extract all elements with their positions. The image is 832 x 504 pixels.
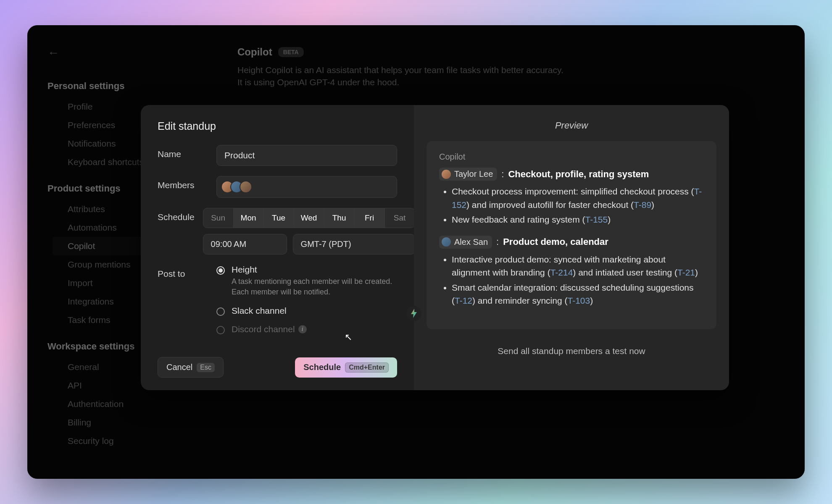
radio-icon (216, 266, 225, 275)
avatar (442, 170, 451, 179)
cancel-button[interactable]: Cancel Esc (158, 357, 224, 378)
edit-standup-modal: Edit standup Name Members (141, 105, 729, 390)
day-picker: SunMonTueWedThuFriSat (203, 208, 415, 228)
task-ref[interactable]: T-21 (677, 268, 695, 277)
bolt-icon (406, 306, 421, 321)
entry-summary: Checkout, profile, rating system (508, 169, 649, 180)
kbd-hint: Esc (197, 363, 215, 372)
modal-title: Edit standup (158, 120, 397, 145)
kbd-hint: Cmd+Enter (345, 362, 389, 373)
task-ref[interactable]: T-214 (550, 268, 573, 277)
schedule-label: Schedule (158, 208, 195, 222)
name-input[interactable] (216, 145, 397, 166)
members-input[interactable] (216, 176, 397, 198)
entry-item: Smart calendar integration: discussed sc… (452, 281, 704, 309)
day-wed[interactable]: Wed (294, 208, 324, 228)
post-to-discord: Discord channel i (216, 324, 397, 334)
send-test-link[interactable]: Send all standup members a test now (427, 329, 716, 356)
preview-heading: Copilot (439, 152, 704, 168)
task-ref[interactable]: T-103 (567, 296, 590, 305)
day-tue[interactable]: Tue (264, 208, 294, 228)
schedule-button[interactable]: Schedule Cmd+Enter (295, 357, 397, 378)
timezone-input[interactable] (293, 234, 415, 255)
entry-summary: Product demo, calendar (503, 236, 608, 247)
time-input[interactable] (203, 234, 287, 255)
day-sat[interactable]: Sat (385, 208, 415, 228)
radio-icon (216, 326, 225, 334)
radio-icon (216, 307, 225, 316)
avatar (240, 181, 252, 193)
task-ref[interactable]: T-89 (634, 200, 651, 210)
post-to-slack[interactable]: Slack channel (216, 306, 397, 316)
standup-entry: Alex San : Product demo, calendarInterac… (439, 236, 704, 309)
preview-title: Preview (427, 120, 716, 141)
post-to-label: Post to (158, 265, 208, 279)
day-mon[interactable]: Mon (234, 208, 264, 228)
task-ref[interactable]: T-152 (452, 186, 702, 210)
day-thu[interactable]: Thu (324, 208, 355, 228)
name-label: Name (158, 145, 208, 159)
entry-item: Checkout process improvement: simplified… (452, 185, 704, 213)
task-ref[interactable]: T-12 (455, 296, 472, 305)
post-to-height[interactable]: Height A task mentioning each member wil… (216, 265, 397, 297)
task-ref[interactable]: T-155 (585, 215, 608, 224)
member-avatars (221, 181, 252, 193)
standup-entry: Taylor Lee : Checkout, profile, rating s… (439, 168, 704, 228)
user-chip[interactable]: Taylor Lee (439, 168, 497, 181)
day-fri[interactable]: Fri (355, 208, 385, 228)
user-chip[interactable]: Alex San (439, 236, 492, 249)
avatar (442, 237, 451, 247)
app-window: ← Personal settingsProfilePreferencesNot… (27, 25, 805, 479)
info-icon[interactable]: i (298, 325, 307, 333)
preview-box: Copilot Taylor Lee : Checkout, profile, … (427, 141, 716, 329)
day-sun[interactable]: Sun (203, 208, 234, 228)
members-label: Members (158, 176, 208, 190)
entry-item: Interactive product demo: synced with ma… (452, 253, 704, 281)
entry-item: New feedback and rating system (T-155) (452, 213, 704, 228)
